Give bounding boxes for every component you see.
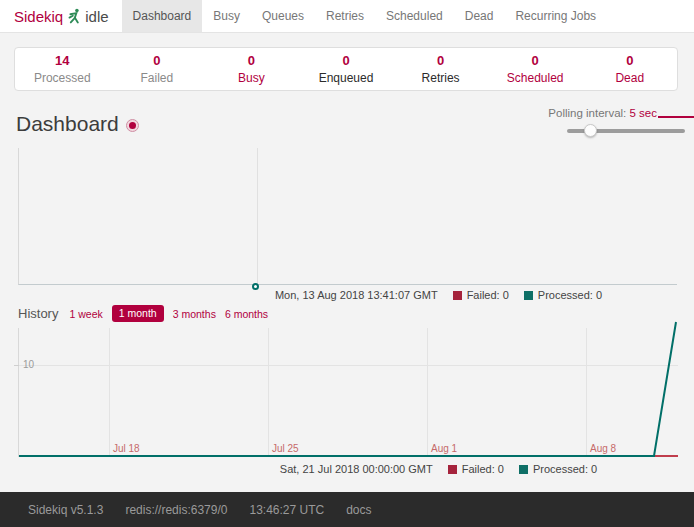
tab-dead[interactable]: Dead xyxy=(454,0,505,32)
stat-failed: 0 Failed xyxy=(110,52,205,86)
polling-interval-slider[interactable] xyxy=(567,124,685,137)
realtime-legend-time: Mon, 13 Aug 2018 13:41:07 GMT xyxy=(275,289,438,301)
range-1-month[interactable]: 1 month xyxy=(112,305,164,322)
live-beacon-icon xyxy=(126,119,139,132)
stat-dead[interactable]: 0 Dead xyxy=(582,52,677,86)
history-title: History xyxy=(18,306,58,321)
realtime-processed-text: Processed: 0 xyxy=(538,289,602,301)
processed-line xyxy=(19,322,676,456)
history-header: History 1 week 1 month 3 months 6 months xyxy=(18,305,277,322)
history-processed-text: Processed: 0 xyxy=(533,463,597,475)
stat-scheduled-value: 0 xyxy=(488,52,583,70)
stat-processed-value: 14 xyxy=(15,52,110,70)
stat-processed-label: Processed xyxy=(15,70,110,86)
brand-name[interactable]: Sidekiq xyxy=(14,8,63,25)
stat-retries-link[interactable]: Retries xyxy=(393,70,488,86)
history-legend-time: Sat, 21 Jul 2018 00:00:00 GMT xyxy=(280,463,433,475)
range-3-months[interactable]: 3 months xyxy=(173,308,216,320)
history-failed-text: Failed: 0 xyxy=(462,463,504,475)
failed-swatch-icon xyxy=(448,465,457,474)
realtime-chart xyxy=(18,148,677,285)
page-title: Dashboard xyxy=(16,112,139,136)
footer-redis-url: redis://redis:6379/0 xyxy=(125,503,227,517)
processed-swatch-icon xyxy=(524,291,533,300)
page-title-text: Dashboard xyxy=(16,112,119,136)
tab-scheduled[interactable]: Scheduled xyxy=(375,0,454,32)
stat-busy-link[interactable]: Busy xyxy=(204,70,299,86)
failed-swatch-icon xyxy=(453,291,462,300)
stat-dead-link[interactable]: Dead xyxy=(582,70,677,86)
sidekiq-logo-icon xyxy=(68,8,81,24)
stat-busy-value: 0 xyxy=(204,52,299,70)
stat-failed-label: Failed xyxy=(110,70,205,86)
history-chart: 10 Jul 18 Jul 25 Aug 1 Aug 8 xyxy=(18,328,677,457)
stat-failed-value: 0 xyxy=(110,52,205,70)
realtime-failed-text: Failed: 0 xyxy=(467,289,509,301)
tab-retries[interactable]: Retries xyxy=(315,0,375,32)
history-legend-processed: Processed: 0 xyxy=(519,463,597,475)
redis-status-label: idle xyxy=(85,8,108,25)
stat-enqueued-link[interactable]: Enqueued xyxy=(299,70,394,86)
history-lines xyxy=(19,328,678,457)
footer-docs-link[interactable]: docs xyxy=(346,503,371,517)
realtime-gridline xyxy=(257,148,258,284)
history-legend-failed: Failed: 0 xyxy=(448,463,504,475)
stat-scheduled[interactable]: 0 Scheduled xyxy=(488,52,583,86)
stat-enqueued[interactable]: 0 Enqueued xyxy=(299,52,394,86)
navbar: Sidekiq idle Dashboard Busy Queues Retri… xyxy=(0,0,694,33)
stat-retries[interactable]: 0 Retries xyxy=(393,52,488,86)
footer-version: Sidekiq v5.1.3 xyxy=(28,503,103,517)
tab-queues[interactable]: Queues xyxy=(251,0,315,32)
tab-dashboard[interactable]: Dashboard xyxy=(122,0,203,32)
polling-underline xyxy=(658,116,694,118)
polling-label-text: Polling interval: xyxy=(548,107,626,119)
realtime-legend: Mon, 13 Aug 2018 13:41:07 GMT Failed: 0 … xyxy=(0,289,694,301)
history-legend: Sat, 21 Jul 2018 00:00:00 GMT Failed: 0 … xyxy=(0,463,694,475)
polling-interval-label: Polling interval: 5 sec xyxy=(548,107,657,119)
stat-busy[interactable]: 0 Busy xyxy=(204,52,299,86)
range-1-week[interactable]: 1 week xyxy=(69,308,102,320)
realtime-legend-failed: Failed: 0 xyxy=(453,289,509,301)
footer-utc-time: 13:46:27 UTC xyxy=(249,503,324,517)
slider-handle[interactable] xyxy=(584,124,597,137)
stat-enqueued-value: 0 xyxy=(299,52,394,70)
summary-bar: 14 Processed 0 Failed 0 Busy 0 Enqueued … xyxy=(14,47,678,91)
footer: Sidekiq v5.1.3 redis://redis:6379/0 13:4… xyxy=(0,492,694,527)
brand[interactable]: Sidekiq idle xyxy=(0,0,109,32)
tab-recurring-jobs[interactable]: Recurring Jobs xyxy=(504,0,607,32)
sidekiq-dashboard-page: Sidekiq idle Dashboard Busy Queues Retri… xyxy=(0,0,694,527)
polling-value-text: 5 sec xyxy=(630,107,658,119)
stat-dead-value: 0 xyxy=(582,52,677,70)
stat-retries-value: 0 xyxy=(393,52,488,70)
tab-busy[interactable]: Busy xyxy=(202,0,251,32)
range-6-months[interactable]: 6 months xyxy=(225,308,268,320)
stat-processed: 14 Processed xyxy=(15,52,110,86)
stat-scheduled-link[interactable]: Scheduled xyxy=(488,70,583,86)
processed-swatch-icon xyxy=(519,465,528,474)
realtime-legend-processed: Processed: 0 xyxy=(524,289,602,301)
